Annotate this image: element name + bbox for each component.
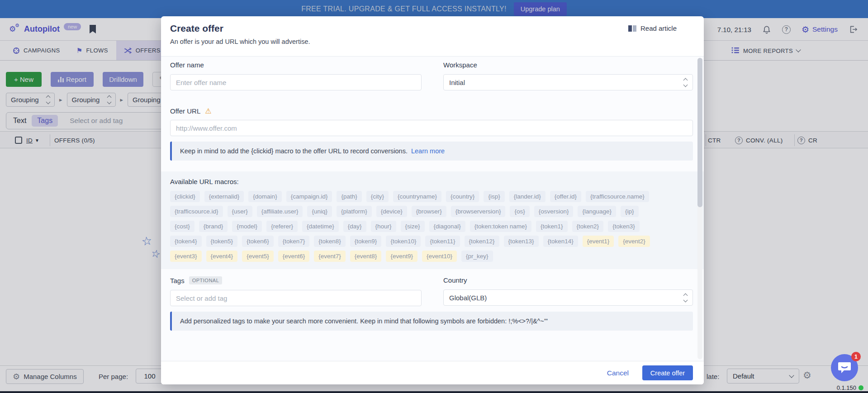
macro-chip[interactable]: {browserversion}: [451, 206, 506, 217]
macro-chip[interactable]: {day}: [343, 221, 366, 232]
macro-chip[interactable]: {user}: [228, 206, 252, 217]
offer-name-label: Offer name: [170, 61, 422, 69]
macro-chip[interactable]: {token3}: [608, 221, 640, 232]
macro-chip[interactable]: {osversion}: [534, 206, 574, 217]
macro-chip[interactable]: {token2}: [572, 221, 604, 232]
modal-scrollbar-track[interactable]: [697, 58, 702, 359]
macro-chip[interactable]: {referer}: [266, 221, 298, 232]
macro-chip[interactable]: {lander.id}: [509, 191, 545, 202]
tags-note: Add personalized tags to make your searc…: [170, 312, 693, 331]
status-green-dot: [859, 385, 863, 390]
macro-chip[interactable]: {event4}: [206, 251, 238, 262]
macro-chip[interactable]: {affiliate.user}: [257, 206, 303, 217]
macro-chip[interactable]: {event8}: [350, 251, 382, 262]
modal-footer: Cancel Create offer: [161, 361, 704, 384]
macros-label: Available URL macros:: [170, 178, 693, 185]
macro-chip[interactable]: {path}: [337, 191, 361, 202]
macro-chip[interactable]: {token5}: [206, 236, 238, 247]
country-select[interactable]: Global(GLB): [443, 289, 693, 306]
macro-chip[interactable]: {pr_key}: [461, 251, 493, 262]
macro-chip[interactable]: {platform}: [337, 206, 372, 217]
macro-chip[interactable]: {uniq}: [307, 206, 332, 217]
macro-chip[interactable]: {token6}: [242, 236, 274, 247]
macro-chip[interactable]: {token4}: [170, 236, 202, 247]
macro-chip[interactable]: {token13}: [504, 236, 539, 247]
macro-chip[interactable]: {token8}: [314, 236, 346, 247]
macro-chip[interactable]: {countryname}: [393, 191, 441, 202]
macro-chip[interactable]: {browser}: [412, 206, 446, 217]
macro-chip[interactable]: {token11}: [425, 236, 460, 247]
workspace-label: Workspace: [443, 61, 693, 69]
macro-row: {event3}{event4}{event5}{event6}{event7}…: [170, 251, 693, 262]
modal-scrollbar-thumb[interactable]: [697, 58, 702, 207]
macro-chip[interactable]: {offer.id}: [550, 191, 581, 202]
tags-label-row: Tags OPTIONAL: [170, 276, 422, 284]
create-offer-modal: Create offer An offer is your ad URL whi…: [161, 16, 704, 384]
macro-chip[interactable]: {event3}: [170, 251, 202, 262]
macro-chip[interactable]: {token12}: [465, 236, 499, 247]
modal-header: Create offer An offer is your ad URL whi…: [161, 16, 704, 56]
read-article-link[interactable]: Read article: [628, 24, 677, 32]
macro-row: {token4}{token5}{token6}{token7}{token8}…: [170, 236, 693, 247]
macro-chip[interactable]: {campaign.id}: [286, 191, 332, 202]
version-text: 0.1.150: [837, 384, 856, 391]
macros-section: Available URL macros: {clickid}{external…: [161, 171, 704, 269]
macro-chip[interactable]: {cost}: [170, 221, 194, 232]
create-offer-button[interactable]: Create offer: [642, 365, 693, 380]
macro-row: {trafficsource.id}{user}{affiliate.user}…: [170, 206, 693, 217]
macro-chip[interactable]: {brand}: [199, 221, 228, 232]
macro-chip[interactable]: {token1}: [536, 221, 568, 232]
macro-chip[interactable]: {os}: [510, 206, 529, 217]
macro-chip[interactable]: {city}: [366, 191, 389, 202]
macro-chip[interactable]: {token:token name}: [470, 221, 531, 232]
macro-chip[interactable]: {language}: [578, 206, 616, 217]
tags-input[interactable]: [170, 290, 422, 306]
macro-chip[interactable]: {event9}: [386, 251, 417, 262]
macro-chip[interactable]: {diagonal}: [429, 221, 465, 232]
country-label: Country: [443, 276, 693, 284]
optional-badge: OPTIONAL: [189, 276, 223, 284]
cancel-button[interactable]: Cancel: [607, 369, 629, 377]
macro-chip[interactable]: {domain}: [248, 191, 281, 202]
macro-chip[interactable]: {event10}: [422, 251, 457, 262]
macro-row: {cost}{brand}{model}{referer}{datetime}{…: [170, 221, 693, 232]
macro-chip[interactable]: {trafficsource.name}: [586, 191, 649, 202]
macro-chip-rows: {clickid}{externalid}{domain}{campaign.i…: [170, 191, 693, 262]
macro-row: {clickid}{externalid}{domain}{campaign.i…: [170, 191, 693, 202]
chat-unread-badge: 1: [851, 352, 861, 361]
macro-chip[interactable]: {event7}: [314, 251, 346, 262]
offer-url-input[interactable]: [170, 120, 693, 136]
macro-chip[interactable]: {clickid}: [170, 191, 200, 202]
page-bottom-strip: [0, 391, 868, 393]
version-row: 0.1.150: [0, 384, 868, 391]
updown-chevrons-icon: [684, 79, 687, 86]
macro-chip[interactable]: {country}: [446, 191, 479, 202]
book-icon: [628, 25, 637, 32]
chat-bubble-icon: [838, 361, 851, 374]
warning-icon: ⚠: [205, 107, 211, 115]
learn-more-link[interactable]: Learn more: [411, 147, 445, 155]
clickid-note: Keep in mind to add the {clickid} macro …: [170, 142, 693, 161]
macro-chip[interactable]: {model}: [232, 221, 262, 232]
macro-chip[interactable]: {event5}: [242, 251, 274, 262]
macro-chip[interactable]: {token7}: [278, 236, 310, 247]
offer-url-label: Offer URL ⚠: [170, 107, 693, 115]
macro-chip[interactable]: {size}: [401, 221, 425, 232]
macro-chip[interactable]: {hour}: [371, 221, 396, 232]
macro-chip[interactable]: {token9}: [350, 236, 382, 247]
macro-chip[interactable]: {event1}: [583, 236, 614, 247]
modal-body: Offer name Workspace Initial Offer URL ⚠…: [161, 56, 704, 361]
macro-chip[interactable]: {token10}: [386, 236, 421, 247]
updown-chevrons-icon: [684, 294, 687, 302]
macro-chip[interactable]: {event2}: [618, 236, 650, 247]
macro-chip[interactable]: {event6}: [278, 251, 310, 262]
macro-chip[interactable]: {token14}: [543, 236, 578, 247]
macro-chip[interactable]: {device}: [376, 206, 407, 217]
macro-chip[interactable]: {trafficsource.id}: [170, 206, 223, 217]
macro-chip[interactable]: {externalid}: [204, 191, 244, 202]
macro-chip[interactable]: {ip}: [621, 206, 639, 217]
macro-chip[interactable]: {datetime}: [302, 221, 339, 232]
workspace-select[interactable]: Initial: [443, 74, 693, 90]
offer-name-input[interactable]: [170, 74, 422, 90]
macro-chip[interactable]: {isp}: [484, 191, 504, 202]
